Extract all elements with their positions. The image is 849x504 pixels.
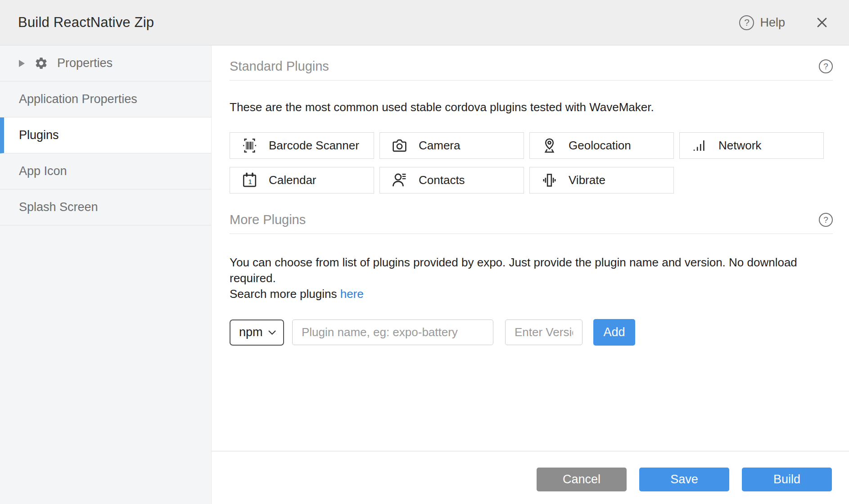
sidebar-item-app-icon[interactable]: App Icon <box>0 153 211 189</box>
plugin-card-label: Geolocation <box>569 139 631 153</box>
cancel-button[interactable]: Cancel <box>537 468 627 491</box>
sidebar-item-properties[interactable]: Properties <box>0 45 211 81</box>
plugin-card-camera[interactable]: Camera <box>379 132 524 159</box>
plugin-card-geolocation[interactable]: Geolocation <box>529 132 674 159</box>
more-plugins-title: More Plugins <box>230 212 306 227</box>
more-plugins-description-line1: You can choose from list of plugins prov… <box>230 255 833 286</box>
standard-plugins-description: These are the most common used stable co… <box>230 100 833 114</box>
standard-plugins-title: Standard Plugins <box>230 59 329 74</box>
standard-plugins-help-icon[interactable]: ? <box>819 59 833 73</box>
section-divider <box>230 80 833 81</box>
plugin-card-calendar[interactable]: 1 Calendar <box>230 167 374 194</box>
plugin-card-contacts[interactable]: Contacts <box>379 167 524 194</box>
more-plugins-description-line2: Search more plugins here <box>230 286 833 302</box>
add-plugin-form: npm Add <box>230 319 833 346</box>
standard-plugins-grid: Barcode Scanner Camera Geolocatio <box>230 132 828 194</box>
sidebar-item-splash-screen[interactable]: Splash Screen <box>0 189 211 225</box>
sidebar: Properties Application Properties Plugin… <box>0 45 212 504</box>
plugin-name-input[interactable] <box>292 320 493 345</box>
help-icon[interactable]: ? <box>739 15 754 30</box>
plugin-card-barcode-scanner[interactable]: Barcode Scanner <box>230 132 374 159</box>
camera-icon <box>391 137 408 154</box>
sidebar-item-label: App Icon <box>19 164 67 178</box>
plugin-card-network[interactable]: Network <box>679 132 824 159</box>
sidebar-item-plugins[interactable]: Plugins <box>0 117 211 153</box>
calendar-icon: 1 <box>241 172 258 189</box>
more-plugins-description: You can choose from list of plugins prov… <box>230 255 833 302</box>
expand-arrow-icon <box>19 60 25 67</box>
sidebar-item-label: Splash Screen <box>19 200 98 214</box>
plugin-card-label: Contacts <box>419 173 465 187</box>
sidebar-item-label: Properties <box>57 56 113 70</box>
dialog-title: Build ReactNative Zip <box>18 14 154 31</box>
search-plugins-link[interactable]: here <box>340 287 364 301</box>
svg-text:1: 1 <box>248 178 252 185</box>
geolocation-icon <box>541 137 558 154</box>
dialog-header: Build ReactNative Zip ? Help <box>0 0 849 45</box>
sidebar-item-label: Plugins <box>19 128 59 142</box>
plugin-card-label: Vibrate <box>569 173 605 187</box>
registry-select-value: npm <box>239 325 263 339</box>
registry-select[interactable]: npm <box>230 320 284 346</box>
add-button[interactable]: Add <box>593 319 635 346</box>
sidebar-item-label: Application Properties <box>19 92 137 106</box>
build-button[interactable]: Build <box>742 468 832 491</box>
plugin-card-label: Barcode Scanner <box>269 139 359 153</box>
plugin-card-label: Calendar <box>269 173 316 187</box>
save-button[interactable]: Save <box>639 468 729 491</box>
network-icon <box>691 137 708 154</box>
more-plugins-help-icon[interactable]: ? <box>819 213 833 227</box>
barcode-icon <box>241 137 258 154</box>
section-divider <box>230 234 833 234</box>
main-panel: Standard Plugins ? These are the most co… <box>212 45 849 504</box>
version-input[interactable] <box>505 320 583 345</box>
gear-icon <box>34 56 48 70</box>
plugin-card-label: Network <box>718 139 761 153</box>
footer-bar: Cancel Save Build <box>212 451 849 504</box>
vibrate-icon <box>541 172 558 189</box>
plugin-card-vibrate[interactable]: Vibrate <box>529 167 674 194</box>
chevron-down-icon <box>268 330 276 335</box>
help-button[interactable]: Help <box>760 16 785 30</box>
contacts-icon <box>391 172 408 189</box>
close-icon[interactable] <box>815 15 829 30</box>
plugin-card-label: Camera <box>419 139 460 153</box>
sidebar-item-application-properties[interactable]: Application Properties <box>0 81 211 117</box>
